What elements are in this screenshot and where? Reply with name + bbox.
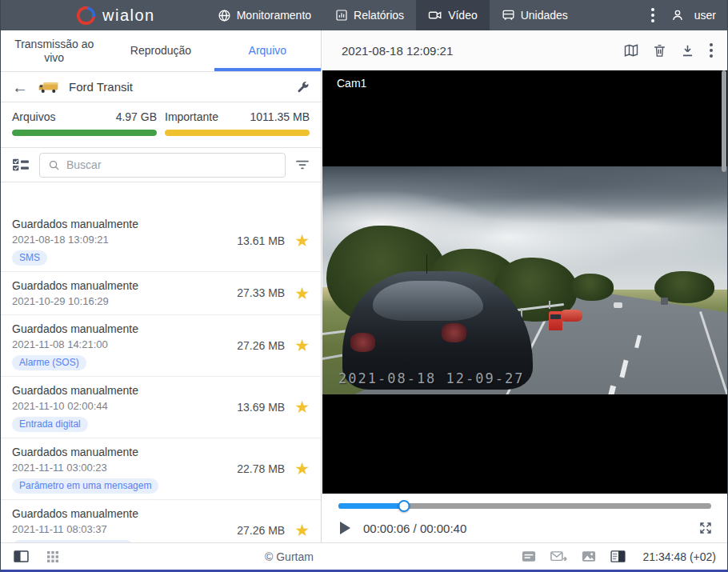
file-size: 22.78 MB [237,462,285,475]
search-input[interactable] [66,158,277,171]
wialon-logo-text: wialon [102,6,155,25]
unit-name: Ford Transit [69,80,133,94]
file-date: 2021-11-11 08:03:37 [12,522,237,537]
map-icon[interactable] [623,42,639,58]
video-viewport[interactable]: Cam1 [322,70,727,494]
search-icon [48,159,60,171]
file-tag: Entrada digital [12,417,88,432]
file-row[interactable]: Guardados manualmente 2021-08-18 13:09:2… [1,210,321,272]
tab-playback[interactable]: Reprodução [107,30,214,71]
progress-bar[interactable] [338,500,711,511]
report-icon [335,9,348,22]
wialon-logo-icon [77,6,95,25]
red-tanker-truck [549,308,582,332]
file-size: 13.61 MB [237,234,285,247]
video-kebab-menu-icon[interactable] [708,40,714,61]
video-panel: 2021-08-18 12:09:21 [322,30,727,542]
file-date: 2021-08-18 13:09:21 [12,233,237,247]
bus-icon [502,9,515,22]
storage-important: Importante 1011.35 MB [165,110,310,136]
media-gallery-icon[interactable] [582,550,596,562]
user-label: user [694,9,716,22]
top-nav: wialon Monitoramento Relatórios [1,0,727,30]
left-panel: Transmissão ao vivo Reprodução Arquivo ←… [1,30,322,542]
file-row[interactable]: Guardados manualmente 2021-11-11 08:03:3… [1,500,321,542]
nav-item-label: Unidades [521,9,568,22]
video-frame: 2021-08-18 12-09-27 [322,166,727,394]
file-star-icon[interactable]: ★ [294,460,310,477]
nav-item-label: Vídeo [448,9,478,22]
video-camera-icon [428,9,442,22]
nav-item-reports[interactable]: Relatórios [323,0,416,30]
nav-menu: Monitoramento Relatórios Vídeo [206,0,580,30]
wialon-app-window: wialon Monitoramento Relatórios [0,0,728,572]
storage-important-label: Importante [165,110,218,123]
download-icon[interactable] [680,42,695,58]
file-size: 27.26 MB [237,339,285,352]
checklist-select-icon[interactable] [12,158,30,172]
file-star-icon[interactable]: ★ [294,522,310,538]
file-date: 2021-11-11 03:00:23 [12,461,237,475]
nav-item-video[interactable]: Vídeo [416,0,490,30]
file-title: Guardados manualmente [12,382,237,398]
filter-icon[interactable] [295,159,310,170]
wrench-settings-icon[interactable] [296,80,310,94]
file-title: Guardados manualmente [12,277,237,293]
fullscreen-icon[interactable] [698,521,713,535]
nav-item-units[interactable]: Unidades [490,0,580,30]
apps-grid-icon[interactable] [46,550,59,563]
file-tag: Parâmetro em uma mensagem [12,478,158,494]
distant-car [614,302,622,308]
video-scrollbar[interactable] [722,70,726,172]
trash-icon[interactable] [652,42,667,58]
file-star-icon[interactable]: ★ [294,232,310,249]
mail-send-icon[interactable] [550,550,567,563]
storage-usage: Arquivos 4.97 GB Importante 1011.35 MB [1,102,321,148]
video-timestamp-overlay: 2021-08-18 12-09-27 [338,370,524,386]
file-row[interactable]: Guardados manualmente 2021-11-10 02:00:4… [1,377,321,438]
file-row[interactable]: Guardados manualmente 2021-11-08 14:21:0… [1,315,321,377]
tab-live-stream[interactable]: Transmissão ao vivo [1,30,107,71]
unit-truck-icon [38,80,59,94]
nav-item-monitoring[interactable]: Monitoramento [206,0,323,30]
back-arrow-icon[interactable]: ← [12,79,28,95]
video-header-actions [623,40,714,61]
player-controls: 00:00:06 / 00:00:40 [322,494,727,542]
file-title: Guardados manualmente [12,320,237,336]
file-star-icon[interactable]: ★ [294,337,310,354]
file-tag: SMS [12,250,47,266]
collapse-panel-icon[interactable] [14,550,29,562]
report-panel-icon[interactable] [610,550,626,562]
file-date: 2021-11-10 02:00:44 [12,399,237,414]
file-row[interactable]: Guardados manualmente 2021-11-11 03:00:2… [1,438,321,500]
file-row[interactable]: Guardados manualmente 2021-10-29 10:16:2… [1,272,321,315]
file-date: 2021-11-08 14:21:00 [12,338,237,352]
user-menu[interactable]: user [670,8,716,22]
file-tag: Alarme (SOS) [12,355,86,370]
file-size: 27.33 MB [237,286,285,299]
nav-right-area: user [643,0,727,30]
globe-icon [218,9,231,22]
progress-fill [338,503,404,509]
nav-item-label: Monitoramento [237,9,311,22]
bottom-bar: © Gurtam [1,542,727,570]
file-star-icon[interactable]: ★ [294,285,310,302]
file-star-icon[interactable]: ★ [294,398,310,415]
play-button[interactable] [340,522,350,534]
file-title: Guardados manualmente [12,443,237,459]
file-size: 27.26 MB [237,524,285,537]
notices-icon[interactable] [522,550,536,562]
unit-header: ← Ford Transit [1,72,321,102]
nav-kebab-menu-icon[interactable] [643,3,662,27]
tab-archive[interactable]: Arquivo [214,30,321,71]
tree [570,274,614,301]
video-title: 2021-08-18 12:09:21 [342,44,453,58]
progress-thumb[interactable] [398,500,410,512]
file-title: Guardados manualmente [12,215,237,231]
wialon-logo[interactable]: wialon [1,0,170,30]
search-row [1,148,321,182]
copyright: © Gurtam [265,550,314,563]
file-title: Guardados manualmente [12,505,237,521]
distant-lorry [661,298,668,305]
storage-files-value: 4.97 GB [116,110,157,123]
